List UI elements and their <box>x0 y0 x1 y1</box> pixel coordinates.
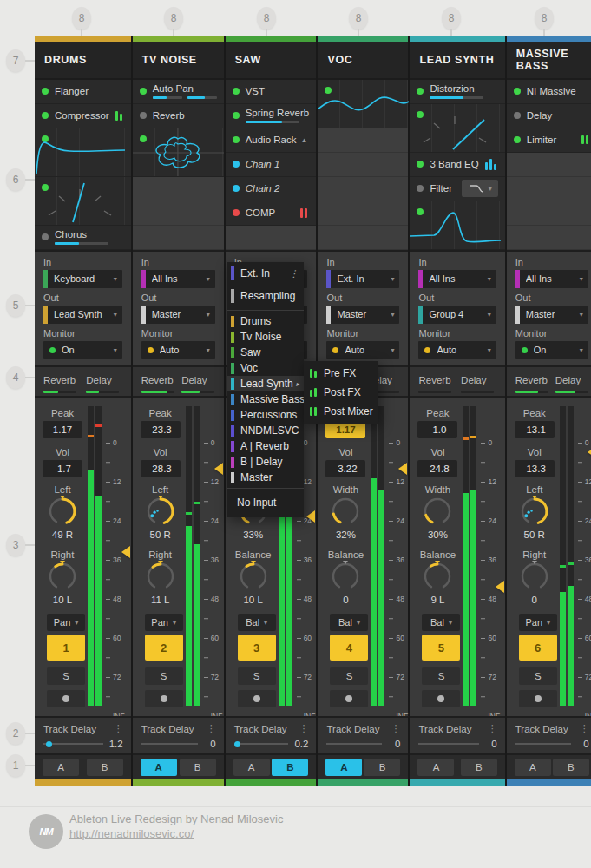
width-knob[interactable] <box>422 496 453 527</box>
device-on-dot[interactable] <box>417 88 424 95</box>
crossfade-a-button[interactable]: A <box>43 759 79 776</box>
device-on-dot[interactable] <box>417 161 424 168</box>
balance-knob[interactable] <box>238 561 269 592</box>
monitor-select[interactable]: Auto▾ <box>326 341 399 359</box>
crossfade-a-button[interactable]: A <box>233 759 270 776</box>
arm-record-button[interactable] <box>519 690 557 707</box>
track-delay-slider[interactable] <box>326 743 382 745</box>
input-select[interactable]: All Ins▾ <box>141 270 215 288</box>
device-delay[interactable]: Delay <box>507 104 591 128</box>
monitor-select[interactable]: On▾ <box>515 341 588 359</box>
menu-item-ext-in[interactable]: Ext. In⋮ <box>227 262 304 285</box>
device-reverb[interactable]: Reverb <box>133 104 224 128</box>
submenu-item-pre-fx[interactable]: Pre FX <box>304 364 378 383</box>
track-delay-slider[interactable] <box>418 743 478 745</box>
pan-mode-select[interactable]: Bal▾ <box>238 614 276 631</box>
crossfade-a-button[interactable]: A <box>141 759 177 776</box>
crossfade-b-button[interactable]: B <box>364 759 400 776</box>
pan-mode-select[interactable]: Bal▾ <box>330 614 368 631</box>
device-error-dot[interactable] <box>233 209 240 216</box>
filter-type-select[interactable]: ▾ <box>462 180 498 197</box>
device-spring-reverb[interactable]: Spring Reverb <box>226 104 317 128</box>
track-header[interactable]: LEAD SYNTH <box>410 42 504 80</box>
kebab-menu-icon[interactable]: ⋮ <box>207 723 216 734</box>
send-delay-slider[interactable] <box>86 391 119 393</box>
eq-curve-display[interactable] <box>35 128 131 177</box>
volume-fader-handle[interactable] <box>121 546 130 558</box>
input-select[interactable]: Ext. In▾ <box>326 270 399 288</box>
solo-button[interactable]: S <box>47 667 85 685</box>
output-select[interactable]: Master▾ <box>326 306 399 324</box>
collapse-icon[interactable]: ▴ <box>302 136 305 144</box>
arm-record-button[interactable] <box>145 690 183 707</box>
menu-item-b-delay[interactable]: B | Delay <box>227 454 304 470</box>
device-off-dot[interactable] <box>514 112 521 119</box>
vol-value[interactable]: -13.3 <box>515 460 555 477</box>
menu-item-nndmlsvc[interactable]: NNDMLSVC <box>227 423 304 438</box>
vol-value[interactable]: -28.3 <box>141 460 181 477</box>
crossfade-a-button[interactable]: A <box>325 759 362 776</box>
menu-item-lead-synth[interactable]: Lead Synth▸ <box>227 376 304 391</box>
solo-button[interactable]: S <box>330 667 368 685</box>
peak-value[interactable]: -23.3 <box>141 421 181 438</box>
device-audio-rack[interactable]: Audio Rack▴ <box>226 128 317 153</box>
track-activator-button[interactable]: 1 <box>47 635 85 661</box>
pan-left-knob[interactable] <box>519 496 550 527</box>
track-activator-button[interactable]: 3 <box>238 635 276 661</box>
peak-value[interactable]: -13.1 <box>515 421 555 438</box>
monitor-select[interactable]: Auto▾ <box>418 341 496 359</box>
menu-item-percussions[interactable]: Percussions <box>227 407 304 423</box>
pan-left-knob[interactable] <box>145 496 176 527</box>
menu-item-tv-noise[interactable]: Tv Noise <box>227 329 304 345</box>
submenu-item-post-fx[interactable]: Post FX <box>304 383 378 402</box>
volume-fader-handle[interactable] <box>214 463 223 475</box>
kebab-menu-icon[interactable]: ⋮ <box>289 268 299 279</box>
input-select[interactable]: Keyboard▾ <box>43 270 122 288</box>
device-slider[interactable] <box>246 121 299 123</box>
output-select[interactable]: Lead Synth▾ <box>43 306 122 324</box>
monitor-select[interactable]: On▾ <box>43 341 122 359</box>
solo-button[interactable]: S <box>145 667 183 685</box>
arm-record-button[interactable] <box>47 690 85 707</box>
pan-mode-select[interactable]: Pan▾ <box>145 614 183 631</box>
solo-button[interactable]: S <box>238 667 276 685</box>
pan-mode-select[interactable]: Pan▾ <box>519 614 557 631</box>
peak-value[interactable]: 1.17 <box>43 421 82 438</box>
volume-fader-handle[interactable] <box>588 446 591 458</box>
solo-button[interactable]: S <box>519 667 557 685</box>
track-header[interactable]: TV NOISE <box>133 42 224 80</box>
crossfade-b-button[interactable]: B <box>272 759 308 776</box>
device-on-dot[interactable] <box>42 88 49 95</box>
balance-knob[interactable] <box>330 561 361 592</box>
input-select[interactable]: All Ins▾ <box>418 270 496 288</box>
device-on-dot[interactable] <box>233 112 240 119</box>
send-delay-slider[interactable] <box>181 391 214 393</box>
kebab-menu-icon[interactable]: ⋮ <box>114 723 123 734</box>
send-reverb-slider[interactable] <box>418 391 451 393</box>
track-activator-button[interactable]: 5 <box>422 635 460 661</box>
crossfade-a-button[interactable]: A <box>515 759 551 776</box>
balance-knob[interactable] <box>422 561 453 592</box>
send-reverb-slider[interactable] <box>43 391 76 393</box>
peak-value-clipping[interactable]: 1.17 <box>325 421 365 438</box>
filter-curve-display[interactable] <box>410 201 504 250</box>
pan-right-knob[interactable] <box>519 561 550 592</box>
track-header[interactable]: DRUMS <box>35 42 131 80</box>
track-activator-button[interactable]: 4 <box>330 635 368 661</box>
pan-left-knob[interactable] <box>47 496 78 527</box>
send-reverb-slider[interactable] <box>141 391 174 393</box>
device-chorus[interactable]: Chorus <box>35 226 131 250</box>
device-slider[interactable] <box>430 96 483 99</box>
track-delay-slider[interactable] <box>141 743 198 745</box>
output-select[interactable]: Master▾ <box>141 306 215 324</box>
device-off-dot[interactable] <box>417 185 424 192</box>
device-on-dot[interactable] <box>233 88 240 95</box>
pan-mode-select[interactable]: Pan▾ <box>47 614 85 631</box>
track-header[interactable]: VOC <box>318 42 408 80</box>
crossfade-b-button[interactable]: B <box>553 759 589 776</box>
crossfade-b-button[interactable]: B <box>180 759 216 776</box>
device-on-dot[interactable] <box>42 112 49 119</box>
track-header[interactable]: SAW <box>226 42 317 80</box>
device-flanger[interactable]: Flanger <box>35 80 131 104</box>
device-on-dot[interactable] <box>140 88 147 95</box>
